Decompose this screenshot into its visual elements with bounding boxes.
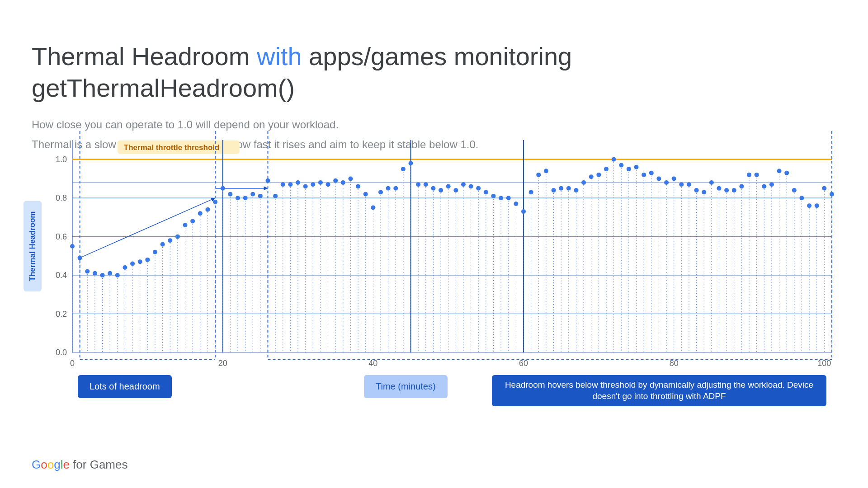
svg-point-192 — [656, 176, 661, 181]
svg-point-90 — [273, 194, 278, 198]
svg-point-160 — [536, 173, 541, 177]
svg-point-74 — [213, 200, 217, 204]
svg-point-50 — [123, 265, 127, 270]
svg-text:0.6: 0.6 — [56, 232, 67, 241]
svg-point-36 — [70, 244, 75, 249]
svg-point-126 — [409, 161, 413, 165]
svg-point-222 — [769, 182, 774, 187]
svg-point-66 — [183, 223, 188, 227]
svg-point-130 — [424, 182, 428, 187]
svg-point-70 — [198, 211, 203, 216]
svg-point-88 — [265, 178, 270, 183]
svg-point-206 — [709, 180, 714, 185]
svg-point-46 — [108, 271, 112, 276]
annotation-right-pill: Headroom hovers below threshold by dynam… — [492, 375, 826, 406]
svg-point-122 — [393, 186, 398, 191]
svg-point-164 — [552, 188, 556, 192]
svg-point-112 — [356, 184, 360, 189]
svg-line-33 — [80, 198, 215, 258]
svg-point-108 — [341, 180, 345, 185]
svg-point-84 — [250, 192, 255, 197]
svg-point-190 — [649, 171, 654, 175]
svg-point-146 — [484, 190, 488, 194]
svg-point-144 — [476, 186, 481, 191]
svg-point-140 — [461, 182, 466, 187]
svg-point-238 — [830, 192, 834, 197]
svg-point-212 — [732, 188, 736, 192]
svg-point-176 — [596, 173, 601, 177]
svg-point-62 — [168, 238, 172, 243]
svg-point-118 — [378, 190, 383, 194]
svg-point-166 — [559, 186, 563, 191]
svg-point-148 — [491, 194, 495, 198]
svg-point-168 — [566, 186, 571, 191]
svg-point-38 — [78, 256, 82, 260]
svg-point-142 — [469, 184, 473, 189]
svg-point-72 — [205, 207, 210, 212]
svg-point-40 — [85, 269, 90, 274]
svg-point-178 — [604, 167, 609, 171]
svg-text:0.2: 0.2 — [56, 310, 67, 319]
x-axis-label-pill: Time (minutes) — [364, 375, 448, 398]
svg-point-104 — [326, 182, 330, 187]
svg-point-114 — [363, 192, 368, 197]
svg-point-184 — [627, 167, 631, 171]
svg-point-128 — [416, 182, 420, 187]
svg-point-68 — [190, 219, 195, 223]
svg-point-170 — [574, 188, 578, 192]
title-pre: Thermal Headroom — [32, 42, 257, 70]
svg-point-218 — [755, 173, 759, 177]
svg-point-210 — [724, 188, 729, 192]
svg-text:0: 0 — [70, 359, 75, 368]
svg-point-188 — [642, 173, 646, 177]
svg-text:0.4: 0.4 — [56, 271, 67, 280]
svg-text:20: 20 — [218, 359, 227, 368]
svg-point-232 — [807, 203, 811, 208]
svg-point-120 — [386, 186, 391, 191]
title-accent: with — [257, 42, 302, 70]
svg-point-78 — [228, 192, 232, 197]
svg-point-230 — [799, 196, 804, 200]
svg-point-54 — [138, 259, 142, 264]
svg-text:Thermal throttle threshold: Thermal throttle threshold — [124, 143, 220, 152]
svg-text:1.0: 1.0 — [56, 155, 67, 164]
y-axis-label-box: Thermal Headroom — [24, 201, 42, 291]
svg-point-200 — [687, 182, 691, 187]
svg-point-204 — [702, 190, 706, 194]
svg-point-132 — [431, 186, 435, 191]
svg-point-124 — [401, 167, 406, 171]
svg-point-226 — [784, 171, 789, 175]
svg-text:0.8: 0.8 — [56, 193, 67, 202]
svg-point-42 — [93, 271, 97, 276]
svg-point-202 — [694, 188, 699, 192]
svg-point-100 — [311, 182, 315, 187]
svg-point-82 — [243, 196, 248, 200]
svg-point-134 — [439, 188, 443, 192]
svg-text:0.0: 0.0 — [56, 348, 67, 357]
chart-svg: 0.00.20.40.60.81.0020406080100Thermal th… — [45, 136, 841, 380]
svg-point-162 — [544, 169, 548, 173]
y-axis-label: Thermal Headroom — [28, 211, 37, 282]
svg-point-60 — [160, 242, 165, 247]
svg-point-182 — [619, 163, 623, 168]
svg-point-56 — [145, 258, 150, 262]
svg-point-152 — [506, 196, 511, 200]
google-logo-text: Google — [32, 458, 70, 471]
annotation-left-pill: Lots of headroom — [78, 375, 172, 398]
svg-point-180 — [612, 157, 616, 162]
svg-point-80 — [236, 196, 240, 200]
svg-point-102 — [318, 180, 323, 185]
svg-point-58 — [153, 250, 157, 254]
svg-point-234 — [815, 203, 819, 208]
svg-point-138 — [453, 188, 458, 192]
chart-container: Thermal Headroom 0.00.20.40.60.81.002040… — [45, 136, 841, 380]
svg-point-156 — [521, 209, 526, 214]
svg-point-224 — [777, 169, 782, 173]
footer-for-games: for Games — [70, 458, 128, 471]
svg-point-48 — [115, 273, 120, 277]
svg-point-106 — [333, 178, 338, 183]
svg-point-194 — [664, 180, 669, 185]
page-title: Thermal Headroom with apps/games monitor… — [32, 41, 836, 104]
svg-point-94 — [288, 182, 292, 187]
svg-point-172 — [581, 180, 586, 185]
